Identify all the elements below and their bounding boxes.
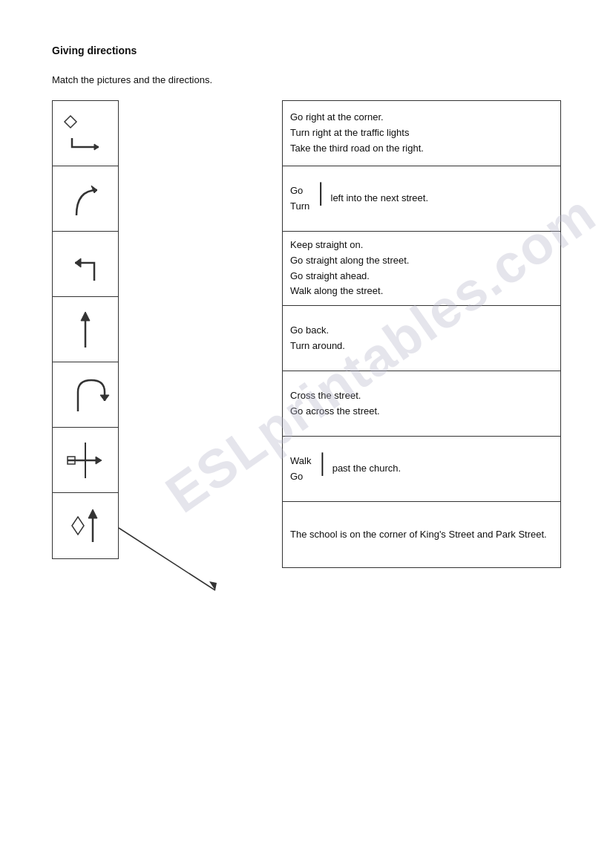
- dir6-bracket-group: Walk Go │ past the church.: [290, 454, 401, 485]
- dir7-line1: The school is on the corner of King's St…: [290, 527, 547, 543]
- page-title: Giving directions: [52, 45, 561, 56]
- svg-marker-9: [96, 457, 102, 464]
- dir6-word2: Go: [290, 469, 311, 485]
- instruction-text: Match the pictures and the directions.: [52, 74, 561, 85]
- dir6-words: Walk Go: [290, 454, 311, 485]
- icon-landmark-straight: [53, 493, 118, 558]
- svg-marker-5: [81, 312, 90, 321]
- svg-marker-13: [88, 509, 97, 518]
- svg-marker-1: [94, 144, 99, 150]
- dir6-bracket: │: [317, 454, 329, 473]
- icon-cross-street: [53, 428, 118, 493]
- direction-cell-7: The school is on the corner of King's St…: [283, 502, 560, 567]
- icon-u-turn: [53, 362, 118, 428]
- svg-marker-2: [91, 186, 97, 193]
- direction-cell-1: Go right at the corner. Turn right at th…: [283, 101, 560, 166]
- dir3-line1: Keep straight on.: [290, 238, 363, 253]
- dir1-line2: Turn right at the traffic lights: [290, 125, 409, 141]
- dir3-line2: Go straight along the street.: [290, 253, 409, 269]
- dir6-suffix: past the church.: [332, 461, 401, 477]
- dir2-bracket: │: [315, 183, 327, 203]
- svg-marker-6: [100, 395, 109, 401]
- direction-cell-3: Keep straight on. Go straight along the …: [283, 232, 560, 306]
- dir1-line1: Go right at the corner.: [290, 110, 384, 125]
- dir4-line1: Go back.: [290, 323, 329, 339]
- dir2-words: Go Turn: [290, 183, 309, 215]
- icon-left-turn: [53, 232, 118, 297]
- dir5-line1: Cross the street.: [290, 388, 361, 404]
- icons-column: [52, 100, 119, 559]
- match-line-arrow: [209, 581, 217, 590]
- dir4-line2: Turn around.: [290, 339, 345, 354]
- dir2-suffix: left into the next street.: [331, 191, 429, 206]
- dir5-line2: Go across the street.: [290, 404, 380, 420]
- icon-right-corner: [53, 101, 118, 166]
- dir2-word1: Go: [290, 183, 309, 199]
- dir2-word2: Turn: [290, 199, 309, 215]
- directions-column: Go right at the corner. Turn right at th…: [282, 100, 561, 568]
- dir2-bracket-group: Go Turn │ left into the next street.: [290, 183, 428, 215]
- direction-cell-2: Go Turn │ left into the next street.: [283, 166, 560, 232]
- icon-straight: [53, 297, 118, 362]
- dir6-word1: Walk: [290, 454, 311, 469]
- dir1-line3: Take the third road on the right.: [290, 141, 424, 157]
- direction-cell-6: Walk Go │ past the church.: [283, 437, 560, 502]
- direction-cell-5: Cross the street. Go across the street.: [283, 371, 560, 437]
- dir3-line3: Go straight ahead.: [290, 269, 370, 284]
- dir3-line4: Walk along the street.: [290, 284, 383, 299]
- main-layout: Go right at the corner. Turn right at th…: [52, 100, 561, 568]
- icon-right-turn-curve: [53, 166, 118, 232]
- match-line: [119, 528, 215, 590]
- svg-marker-0: [65, 116, 76, 128]
- direction-cell-4: Go back. Turn around.: [283, 306, 560, 371]
- svg-marker-3: [75, 258, 81, 267]
- svg-marker-11: [72, 517, 84, 535]
